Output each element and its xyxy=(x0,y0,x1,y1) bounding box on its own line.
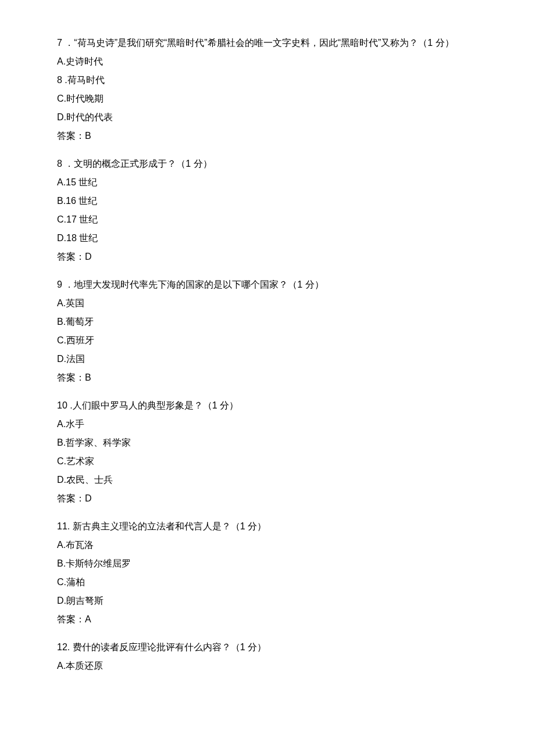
option-a: A.英国 xyxy=(57,296,478,310)
option-b: B.16 世纪 xyxy=(57,194,478,208)
question-block: 12. 费什的读者反应理论批评有什么内容？（1 分） A.本质还原 xyxy=(57,640,478,673)
question-number: 11. xyxy=(57,521,70,531)
answer-line: 答案：D xyxy=(57,492,478,506)
question-text: .人们眼中罗马人的典型形象是？（1 分） xyxy=(70,400,238,410)
option-a: A.本质还原 xyxy=(57,659,478,673)
question-text: ．地理大发现时代率先下海的国家的是以下哪个国家？（1 分） xyxy=(65,280,323,289)
question-stem: 8 ．文明的概念正式形成于？（1 分） xyxy=(57,157,478,171)
question-stem: 9 ．地理大发现时代率先下海的国家的是以下哪个国家？（1 分） xyxy=(57,278,478,292)
question-block: 8 ．文明的概念正式形成于？（1 分） A.15 世纪 B.16 世纪 C.17… xyxy=(57,157,478,264)
option-b: 8 .荷马时代 xyxy=(57,73,478,87)
option-b: B.哲学家、科学家 xyxy=(57,436,478,450)
option-d: D.朗吉弩斯 xyxy=(57,594,478,608)
option-c: C.17 世纪 xyxy=(57,213,478,227)
option-d: D.法国 xyxy=(57,352,478,366)
answer-line: 答案：A xyxy=(57,612,478,626)
option-d: D.农民、士兵 xyxy=(57,473,478,487)
question-block: 7 ．“荷马史诗”是我们研究“黑暗时代”希腊社会的唯一文字史料，因此“黑暗时代”… xyxy=(57,36,478,143)
question-text: 费什的读者反应理论批评有什么内容？（1 分） xyxy=(73,642,266,652)
option-c: C.西班牙 xyxy=(57,334,478,347)
question-number: 9 xyxy=(57,280,62,289)
question-stem: 11. 新古典主义理论的立法者和代言人是？（1 分） xyxy=(57,519,478,533)
question-block: 10 .人们眼中罗马人的典型形象是？（1 分） A.水手 B.哲学家、科学家 C… xyxy=(57,399,478,506)
option-d: D.时代的代表 xyxy=(57,110,478,124)
question-number: 10 xyxy=(57,400,67,410)
option-b: B.葡萄牙 xyxy=(57,315,478,329)
answer-line: 答案：B xyxy=(57,371,478,385)
option-a: A.水手 xyxy=(57,417,478,431)
option-a: A.15 世纪 xyxy=(57,175,478,189)
question-stem: 12. 费什的读者反应理论批评有什么内容？（1 分） xyxy=(57,640,478,654)
option-d: D.18 世纪 xyxy=(57,231,478,245)
question-number: 8 xyxy=(57,159,62,169)
answer-line: 答案：D xyxy=(57,250,478,264)
question-block: 11. 新古典主义理论的立法者和代言人是？（1 分） A.布瓦洛 B.卡斯特尔维… xyxy=(57,519,478,626)
question-stem: 7 ．“荷马史诗”是我们研究“黑暗时代”希腊社会的唯一文字史料，因此“黑暗时代”… xyxy=(57,36,478,50)
option-a: A.布瓦洛 xyxy=(57,538,478,552)
document-page: 7 ．“荷马史诗”是我们研究“黑暗时代”希腊社会的唯一文字史料，因此“黑暗时代”… xyxy=(0,0,535,756)
option-c: C.时代晚期 xyxy=(57,92,478,106)
question-text: ．文明的概念正式形成于？（1 分） xyxy=(65,159,212,169)
question-text: ．“荷马史诗”是我们研究“黑暗时代”希腊社会的唯一文字史料，因此“黑暗时代”又称… xyxy=(65,38,454,48)
option-a: A.史诗时代 xyxy=(57,55,478,69)
question-number: 12. xyxy=(57,642,70,652)
option-c: C.艺术家 xyxy=(57,454,478,468)
question-text: 新古典主义理论的立法者和代言人是？（1 分） xyxy=(73,521,266,531)
answer-line: 答案：B xyxy=(57,129,478,143)
option-c: C.蒲柏 xyxy=(57,575,478,589)
option-b: B.卡斯特尔维屈罗 xyxy=(57,557,478,571)
question-block: 9 ．地理大发现时代率先下海的国家的是以下哪个国家？（1 分） A.英国 B.葡… xyxy=(57,278,478,385)
question-stem: 10 .人们眼中罗马人的典型形象是？（1 分） xyxy=(57,399,478,413)
question-number: 7 xyxy=(57,38,62,48)
